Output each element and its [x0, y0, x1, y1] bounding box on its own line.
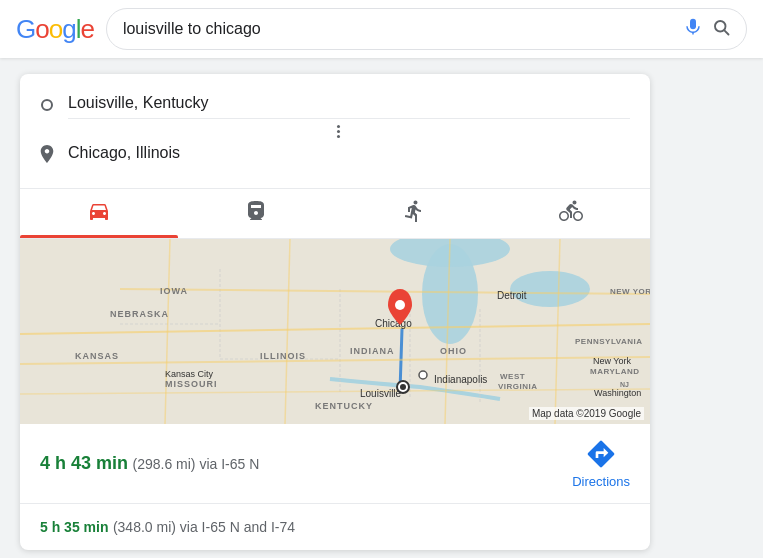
- mic-icon[interactable]: [684, 16, 702, 43]
- origin-label[interactable]: Louisville, Kentucky: [68, 94, 630, 119]
- svg-line-1: [724, 30, 728, 34]
- svg-point-5: [510, 271, 590, 307]
- svg-text:VIRGINIA: VIRGINIA: [498, 382, 538, 391]
- svg-point-43: [395, 300, 405, 310]
- svg-text:MISSOURI: MISSOURI: [165, 379, 218, 389]
- origin-icon: [40, 98, 54, 116]
- svg-text:Louisville: Louisville: [360, 388, 402, 399]
- svg-text:KANSAS: KANSAS: [75, 351, 119, 361]
- svg-text:NEBRASKA: NEBRASKA: [110, 309, 169, 319]
- route-results: 4 h 43 min (298.6 mi) via I-65 N Directi…: [20, 424, 650, 550]
- alt-distance: (348.0 mi) via I-65 N and I-74: [113, 519, 295, 535]
- map[interactable]: NEBRASKA IOWA ILLINOIS INDIANA OHIO KANS…: [20, 239, 650, 424]
- destination-label[interactable]: Chicago, Illinois: [68, 144, 630, 168]
- route-inputs: Louisville, Kentucky Chicago, Illinois: [20, 74, 650, 189]
- primary-duration: 4 h 43 min: [40, 453, 128, 473]
- directions-icon: [585, 438, 617, 470]
- svg-point-46: [419, 371, 427, 379]
- svg-text:New York: New York: [593, 356, 632, 366]
- svg-text:NEW YORK: NEW YORK: [610, 287, 650, 296]
- primary-route[interactable]: 4 h 43 min (298.6 mi) via I-65 N Directi…: [20, 424, 650, 504]
- map-credit: Map data ©2019 Google: [529, 407, 644, 420]
- directions-card: Louisville, Kentucky Chicago, Illinois: [20, 74, 650, 550]
- destination-row: Chicago, Illinois: [40, 140, 630, 172]
- directions-button[interactable]: Directions: [572, 438, 630, 489]
- svg-text:OHIO: OHIO: [440, 346, 467, 356]
- svg-text:Detroit: Detroit: [497, 290, 527, 301]
- svg-text:PENNSYLVANIA: PENNSYLVANIA: [575, 337, 643, 346]
- walk-icon: [402, 199, 426, 228]
- svg-text:Kansas City: Kansas City: [165, 369, 214, 379]
- svg-text:Washington: Washington: [594, 388, 641, 398]
- car-icon: [87, 199, 111, 228]
- bike-icon: [559, 199, 583, 228]
- search-input[interactable]: louisville to chicago: [123, 20, 684, 38]
- svg-text:KENTUCKY: KENTUCKY: [315, 401, 373, 411]
- origin-row: Louisville, Kentucky: [40, 90, 630, 123]
- primary-distance: (298.6 mi) via I-65 N: [132, 456, 259, 472]
- tab-cycling[interactable]: [493, 189, 651, 238]
- search-bar[interactable]: louisville to chicago: [106, 8, 747, 50]
- svg-text:NJ: NJ: [620, 381, 629, 388]
- search-icon[interactable]: [712, 18, 730, 41]
- svg-text:IOWA: IOWA: [160, 286, 188, 296]
- google-logo[interactable]: Google: [16, 14, 94, 45]
- alt-duration: 5 h 35 min: [40, 519, 108, 535]
- tab-driving[interactable]: [20, 189, 178, 238]
- svg-point-2: [42, 100, 52, 110]
- svg-text:ILLINOIS: ILLINOIS: [260, 351, 306, 361]
- svg-point-45: [400, 384, 406, 390]
- svg-text:MARYLAND: MARYLAND: [590, 367, 639, 376]
- alt-route[interactable]: 5 h 35 min (348.0 mi) via I-65 N and I-7…: [20, 504, 650, 550]
- svg-text:WEST: WEST: [500, 372, 525, 381]
- transit-icon: [244, 199, 268, 228]
- main-content: Louisville, Kentucky Chicago, Illinois: [0, 58, 763, 558]
- route-divider: [46, 123, 630, 140]
- header: Google louisville to chicago: [0, 0, 763, 58]
- svg-text:Chicago: Chicago: [375, 318, 412, 329]
- transport-tabs: [20, 189, 650, 239]
- tab-transit[interactable]: [178, 189, 336, 238]
- primary-route-text: 4 h 43 min (298.6 mi) via I-65 N: [40, 453, 259, 474]
- alt-route-text: 5 h 35 min (348.0 mi) via I-65 N and I-7…: [40, 518, 295, 536]
- directions-label: Directions: [572, 474, 630, 489]
- destination-icon: [40, 145, 54, 167]
- svg-text:INDIANA: INDIANA: [350, 346, 395, 356]
- tab-walking[interactable]: [335, 189, 493, 238]
- svg-text:Indianapolis: Indianapolis: [434, 374, 487, 385]
